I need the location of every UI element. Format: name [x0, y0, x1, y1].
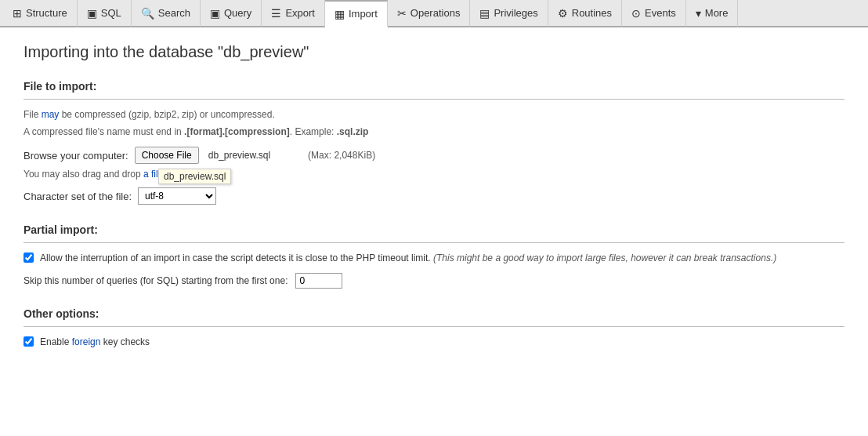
- search-icon: 🔍: [141, 7, 154, 20]
- foreign-key-checkbox[interactable]: [24, 336, 34, 347]
- partial-section-divider: [24, 242, 844, 243]
- query-icon: ▣: [210, 7, 220, 20]
- page-title: Importing into the database "db_preview": [24, 43, 844, 61]
- allow-interruption-note: (This might be a good way to import larg…: [433, 253, 776, 263]
- privileges-icon: ▤: [479, 7, 490, 20]
- tab-privileges[interactable]: ▤ Privileges: [470, 0, 548, 27]
- tab-operations[interactable]: ✂ Operations: [388, 0, 471, 27]
- tab-import-label: Import: [349, 8, 378, 20]
- skip-row: Skip this number of queries (for SQL) st…: [24, 273, 844, 289]
- other-options-title: Other options:: [24, 307, 844, 320]
- partial-section-title: Partial import:: [24, 223, 844, 236]
- tab-export[interactable]: ☰ Export: [262, 0, 325, 27]
- events-icon: ⊙: [631, 7, 641, 20]
- other-options-divider: [24, 326, 844, 327]
- partial-import-section: Partial import: Allow the interruption o…: [24, 223, 844, 289]
- tab-search[interactable]: 🔍 Search: [132, 0, 201, 27]
- tab-structure-label: Structure: [26, 7, 67, 19]
- allow-interruption-label: Allow the interruption of an import in c…: [40, 251, 776, 265]
- tab-sql-label: SQL: [101, 7, 121, 19]
- foreign-key-label: Enable foreign key checks: [40, 335, 150, 349]
- more-icon: ▾: [696, 7, 701, 20]
- allow-interruption-row: Allow the interruption of an import in c…: [24, 251, 844, 265]
- tab-operations-label: Operations: [410, 7, 461, 19]
- import-icon: ▦: [335, 8, 345, 20]
- skip-label: Skip this number of queries (for SQL) st…: [24, 275, 288, 286]
- tab-query[interactable]: ▣ Query: [201, 0, 262, 27]
- routines-icon: ⚙: [558, 7, 568, 20]
- file-section-title: File to import:: [24, 80, 844, 93]
- other-options-section: Other options: Enable foreign key checks: [24, 307, 844, 349]
- tab-bar: ⊞ Structure ▣ SQL 🔍 Search ▣ Query ☰ Exp…: [0, 0, 868, 27]
- skip-input[interactable]: [295, 273, 342, 289]
- drag-drop-text: You may also drag and drop a file on any…: [24, 169, 844, 180]
- charset-select[interactable]: utf-8 latin1 utf-16: [138, 187, 216, 205]
- choose-file-button[interactable]: Choose File: [135, 147, 199, 164]
- tab-routines-label: Routines: [572, 7, 612, 19]
- browse-row: Browse your computer: Choose File db_pre…: [24, 147, 844, 164]
- tab-sql[interactable]: ▣ SQL: [78, 0, 132, 27]
- tab-privileges-label: Privileges: [494, 7, 537, 19]
- tab-more-label: More: [705, 7, 729, 19]
- structure-icon: ⊞: [13, 7, 22, 20]
- file-info-line2: A compressed file's name must end in .[f…: [24, 125, 844, 139]
- max-size-text: (Max: 2,048KiB): [308, 150, 375, 161]
- foreign-key-row: Enable foreign key checks: [24, 335, 844, 349]
- sql-icon: ▣: [87, 7, 97, 20]
- tab-query-label: Query: [224, 7, 251, 19]
- tab-search-label: Search: [158, 7, 190, 19]
- file-info-line1: File may be compressed (gzip, bzip2, zip…: [24, 107, 844, 122]
- charset-row: Character set of the file: utf-8 latin1 …: [24, 187, 844, 205]
- tab-routines[interactable]: ⚙ Routines: [548, 0, 622, 27]
- tab-more[interactable]: ▾ More: [686, 0, 739, 27]
- foreign-link[interactable]: foreign: [72, 336, 101, 347]
- export-icon: ☰: [271, 7, 281, 20]
- main-content: Importing into the database "db_preview"…: [0, 27, 868, 383]
- browse-label: Browse your computer:: [24, 150, 128, 162]
- file-link[interactable]: may: [42, 109, 60, 120]
- tab-export-label: Export: [285, 7, 315, 19]
- file-to-import-section: File to import: File may be compressed (…: [24, 80, 844, 205]
- file-section-divider: [24, 99, 844, 100]
- drag-drop-prefix: You may also drag and drop: [24, 169, 143, 180]
- tooltip-filename: db_preview.sql: [164, 171, 226, 182]
- selected-filename: db_preview.sql: [208, 150, 270, 161]
- tab-events[interactable]: ⊙ Events: [622, 0, 686, 27]
- tab-events-label: Events: [645, 7, 676, 19]
- tab-import[interactable]: ▦ Import: [325, 0, 388, 27]
- charset-label: Character set of the file:: [24, 191, 132, 202]
- tab-structure[interactable]: ⊞ Structure: [3, 0, 78, 27]
- operations-icon: ✂: [397, 7, 407, 20]
- allow-interruption-checkbox[interactable]: [24, 253, 34, 263]
- filename-tooltip: db_preview.sql: [158, 169, 231, 184]
